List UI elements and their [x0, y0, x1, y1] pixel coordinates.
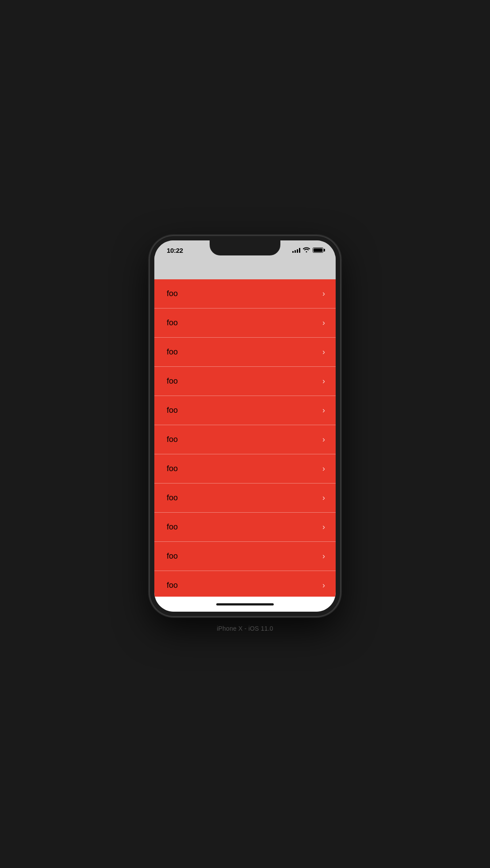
list-item[interactable]: foo›	[154, 308, 336, 338]
device-wrapper: 10:22	[150, 236, 340, 632]
device-label: iPhone X - iOS 11.0	[217, 625, 273, 632]
list-item-label: foo	[167, 552, 178, 561]
signal-icon	[292, 247, 300, 253]
list-item-label: foo	[167, 406, 178, 415]
status-bar: 10:22	[154, 240, 336, 279]
list-item-label: foo	[167, 435, 178, 444]
list-item[interactable]: foo›	[154, 396, 336, 425]
list-item-label: foo	[167, 318, 178, 327]
device-screen: 10:22	[154, 240, 336, 612]
status-icons	[292, 247, 325, 254]
wifi-icon	[303, 247, 310, 254]
home-bar	[216, 603, 274, 605]
chevron-right-icon: ›	[322, 464, 325, 473]
chevron-right-icon: ›	[322, 289, 325, 298]
list-item[interactable]: foo›	[154, 454, 336, 483]
list-item-label: foo	[167, 347, 178, 357]
list-item-label: foo	[167, 522, 178, 532]
chevron-right-icon: ›	[322, 377, 325, 386]
list-item-label: foo	[167, 289, 178, 298]
battery-icon	[313, 247, 325, 253]
list-item[interactable]: foo›	[154, 513, 336, 542]
chevron-right-icon: ›	[322, 347, 325, 357]
list-item[interactable]: foo›	[154, 542, 336, 571]
status-time: 10:22	[167, 247, 183, 254]
list-item-label: foo	[167, 377, 178, 386]
list-item[interactable]: foo›	[154, 279, 336, 308]
list-content: foo›foo›foo›foo›foo›foo›foo›foo›foo›foo›…	[154, 279, 336, 597]
chevron-right-icon: ›	[322, 581, 325, 590]
chevron-right-icon: ›	[322, 406, 325, 415]
list-item-label: foo	[167, 493, 178, 503]
iphone-device: 10:22	[150, 236, 340, 616]
list-item[interactable]: foo›	[154, 425, 336, 454]
list-item-label: foo	[167, 464, 178, 473]
chevron-right-icon: ›	[322, 552, 325, 561]
chevron-right-icon: ›	[322, 435, 325, 444]
notch	[210, 240, 280, 255]
home-indicator	[154, 597, 336, 612]
chevron-right-icon: ›	[322, 522, 325, 532]
list-item[interactable]: foo›	[154, 367, 336, 396]
list-item-label: foo	[167, 581, 178, 590]
list-item[interactable]: foo›	[154, 483, 336, 513]
list-item[interactable]: foo›	[154, 338, 336, 367]
chevron-right-icon: ›	[322, 493, 325, 503]
chevron-right-icon: ›	[322, 318, 325, 327]
list-item[interactable]: foo›	[154, 571, 336, 597]
